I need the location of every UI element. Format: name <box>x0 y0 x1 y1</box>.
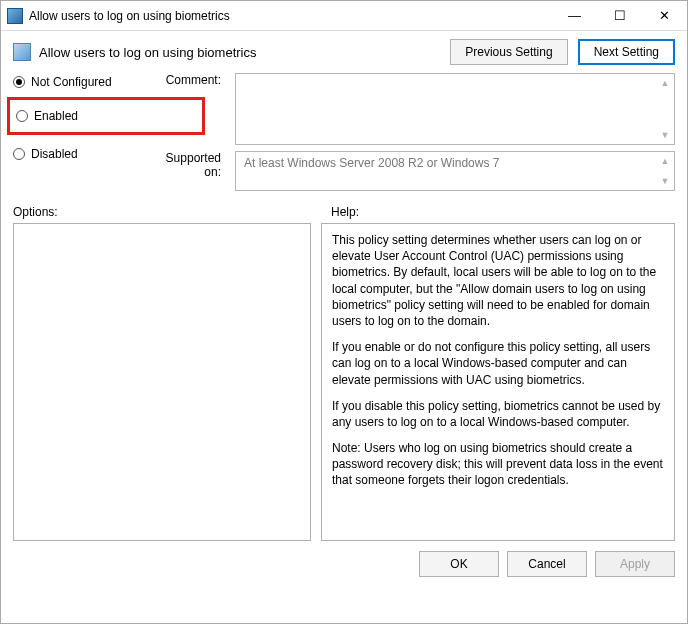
chevron-down-icon: ▼ <box>658 174 672 188</box>
state-radio-group: Not Configured Enabled Disabled <box>13 73 147 164</box>
help-label: Help: <box>331 205 359 219</box>
radio-label: Disabled <box>31 147 78 161</box>
radio-label: Enabled <box>34 109 78 123</box>
supported-on-label: Supported on: <box>155 151 227 179</box>
chevron-down-icon[interactable]: ▼ <box>658 128 672 142</box>
policy-icon <box>13 43 31 61</box>
radio-label: Not Configured <box>31 75 112 89</box>
next-setting-button[interactable]: Next Setting <box>578 39 675 65</box>
maximize-button[interactable]: ☐ <box>597 1 642 30</box>
help-panel: This policy setting determines whether u… <box>321 223 675 541</box>
enabled-highlight: Enabled <box>7 97 205 135</box>
apply-button[interactable]: Apply <box>595 551 675 577</box>
policy-title: Allow users to log on using biometrics <box>39 45 450 60</box>
help-paragraph: This policy setting determines whether u… <box>332 232 664 329</box>
radio-disabled[interactable]: Disabled <box>13 135 147 164</box>
cancel-button[interactable]: Cancel <box>507 551 587 577</box>
minimize-button[interactable]: — <box>552 1 597 30</box>
dialog-footer: OK Cancel Apply <box>1 541 687 587</box>
previous-setting-button[interactable]: Previous Setting <box>450 39 567 65</box>
help-paragraph: Note: Users who log on using biometrics … <box>332 440 664 489</box>
comment-label: Comment: <box>155 73 227 87</box>
radio-circle-icon <box>16 110 28 122</box>
radio-enabled[interactable]: Enabled <box>16 106 196 126</box>
supported-on-text: At least Windows Server 2008 R2 or Windo… <box>235 151 675 191</box>
chevron-up-icon[interactable]: ▲ <box>658 76 672 90</box>
radio-not-configured[interactable]: Not Configured <box>13 75 147 97</box>
ok-button[interactable]: OK <box>419 551 499 577</box>
radio-circle-icon <box>13 76 25 88</box>
comment-textarea[interactable]: ▲ ▼ <box>235 73 675 145</box>
help-paragraph: If you disable this policy setting, biom… <box>332 398 664 430</box>
options-label: Options: <box>13 205 331 219</box>
supported-on-value: At least Windows Server 2008 R2 or Windo… <box>244 156 499 170</box>
window-title: Allow users to log on using biometrics <box>29 9 552 23</box>
options-panel <box>13 223 311 541</box>
close-button[interactable]: ✕ <box>642 1 687 30</box>
help-paragraph: If you enable or do not configure this p… <box>332 339 664 388</box>
title-bar: Allow users to log on using biometrics —… <box>1 1 687 31</box>
radio-circle-icon <box>13 148 25 160</box>
app-icon <box>7 8 23 24</box>
chevron-up-icon: ▲ <box>658 154 672 168</box>
